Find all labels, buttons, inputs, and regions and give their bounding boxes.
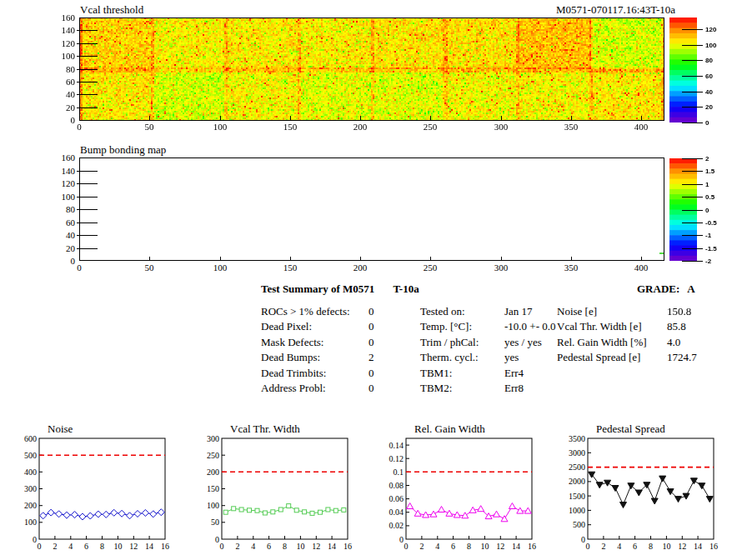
x-tick-label: 0 — [38, 542, 42, 551]
colorbar-tick — [682, 76, 703, 77]
data-point — [326, 508, 330, 512]
bump-bonding-frame — [79, 158, 664, 261]
y-tick-label: 160 — [38, 12, 75, 22]
y-tick-label: 0.12 — [389, 454, 404, 463]
grade-label: GRADE: — [637, 282, 679, 295]
y-tick — [77, 171, 98, 172]
y-tick-label: 0.02 — [389, 521, 404, 530]
y-tick-label: 0.1 — [394, 468, 404, 477]
data-point — [239, 508, 243, 512]
data-point — [635, 490, 642, 496]
y-tick — [77, 94, 98, 95]
x-axis: 0246810121416 — [586, 536, 719, 551]
x-tick — [501, 257, 502, 261]
y-tick-label: 0.14 — [389, 441, 404, 450]
result-value: 4.0 — [667, 336, 680, 349]
x-tick-label: 200 — [348, 122, 373, 132]
y-axis: 0100200300400500600 — [24, 434, 43, 544]
data-point — [342, 508, 346, 512]
result-value: 150.8 — [667, 305, 691, 318]
colorbar-tick-label: 20 — [705, 103, 713, 111]
x-tick-label: 8 — [467, 542, 471, 551]
colorbar-tick — [682, 107, 703, 108]
data-point — [263, 511, 267, 515]
condition-label: TBM1: — [420, 367, 452, 380]
x-tick-label: 16 — [161, 542, 169, 551]
noise-plot: 01002003004005006000246810121416 — [0, 421, 187, 560]
x-tick-label: 6 — [633, 542, 637, 551]
y-tick — [77, 222, 98, 223]
x-axis: 0246810121416 — [220, 536, 353, 551]
y-tick — [77, 56, 98, 57]
pedestal-spread-plot: 0500100015002000250030003500024681012141… — [560, 421, 747, 560]
x-tick-label: 14 — [328, 542, 336, 551]
x-tick-label: 14 — [694, 542, 702, 551]
x-tick-label: 10 — [113, 542, 122, 551]
data-point — [675, 497, 682, 502]
x-tick-label: 400 — [629, 122, 654, 132]
x-tick-label: 6 — [267, 542, 271, 551]
result-label: Pedestal Spread [e] — [557, 351, 640, 364]
data-point — [524, 508, 531, 513]
x-tick-label: 2 — [419, 542, 424, 551]
condition-label: Trim / phCal: — [420, 336, 479, 349]
colorbar-tick-label: 40 — [705, 88, 713, 96]
data-point — [103, 511, 109, 518]
data-series — [223, 504, 346, 516]
defect-label: ROCs > 1% defects: — [261, 305, 350, 318]
x-tick-label: 4 — [435, 542, 439, 551]
x-tick-label: 10 — [296, 542, 304, 551]
y-tick-label: 2500 — [569, 462, 585, 472]
y-tick — [77, 43, 98, 44]
data-point — [278, 508, 283, 512]
y-tick — [77, 30, 98, 31]
x-tick-label: 100 — [208, 122, 233, 132]
data-point — [706, 497, 713, 502]
defect-value: 0 — [368, 305, 374, 318]
x-tick-label: 50 — [137, 262, 162, 272]
data-point — [303, 510, 307, 514]
y-tick-label: 100 — [24, 518, 37, 527]
plot-frame — [588, 438, 714, 539]
x-tick-label: 400 — [629, 262, 654, 272]
y-tick-label: 140 — [38, 166, 75, 176]
x-tick-label: 350 — [559, 262, 584, 272]
plot-frame — [406, 438, 532, 539]
x-tick-label: 2 — [53, 542, 57, 551]
vcal-threshold-title: Vcal threshold — [80, 3, 143, 17]
colorbar-tick — [682, 60, 703, 61]
result-label: Rel. Gain Width [%] — [557, 336, 647, 349]
x-tick — [571, 257, 572, 261]
x-tick-label: 0 — [220, 542, 224, 551]
data-point — [310, 511, 314, 515]
y-tick-label: 120 — [38, 178, 75, 188]
condition-value: Jan 17 — [504, 305, 533, 318]
y-tick-label: 200 — [24, 501, 37, 510]
data-point — [294, 508, 298, 512]
y-tick-label: 100 — [38, 192, 75, 202]
colorbar-tick-label: -2 — [705, 258, 711, 265]
colorbar-tick-label: -1 — [705, 232, 711, 239]
y-tick — [77, 82, 98, 82]
vcal-threshold-frame — [79, 18, 664, 121]
data-point — [158, 509, 164, 516]
data-point — [659, 476, 666, 482]
rel-gain-width-plot: 00.020.040.060.080.10.120.14024681012141… — [374, 421, 560, 560]
x-tick-label: 14 — [512, 542, 520, 551]
x-tick-label: 8 — [100, 542, 104, 551]
x-tick-label: 6 — [84, 542, 88, 551]
x-tick-label: 0 — [586, 542, 590, 551]
colorbar-tick — [682, 158, 703, 159]
x-tick-label: 250 — [418, 262, 443, 272]
y-tick-label: 140 — [38, 25, 75, 35]
x-tick-label: 10 — [480, 542, 489, 551]
defect-value: 0 — [368, 367, 374, 380]
y-tick-label: 0.08 — [389, 481, 404, 490]
colorbar-tick — [682, 184, 703, 185]
data-series — [589, 472, 714, 508]
y-tick — [77, 197, 98, 198]
data-point — [651, 498, 658, 504]
colorbar-tick — [682, 261, 703, 262]
data-point — [63, 512, 70, 518]
y-tick-label: 300 — [24, 484, 37, 493]
